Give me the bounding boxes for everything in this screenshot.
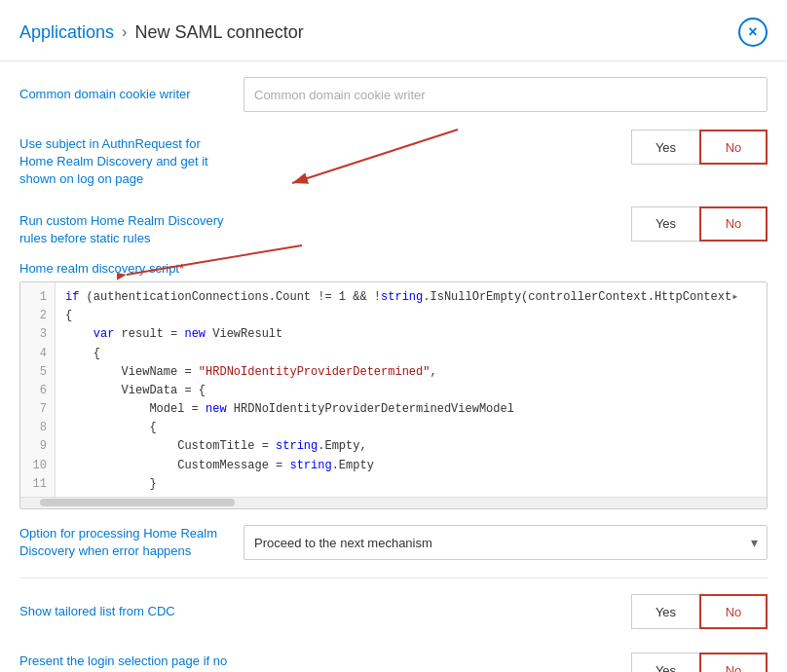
run-custom-hrd-yesno: Yes No [631,206,768,242]
run-custom-hrd-yes-button[interactable]: Yes [631,206,699,242]
show-tailored-label: Show tailored list from CDC [19,603,244,620]
show-tailored-row: Show tailored list from CDC Yes No [19,594,768,629]
present-login-row: Present the login selection page if no p… [19,647,768,672]
main-container: Applications › New SAML connector × Comm… [0,0,787,672]
option-processing-dropdown-wrapper: Proceed to the next mechanism Show error… [244,525,768,560]
use-subject-label: Use subject in AuthnRequest for Home Rea… [19,130,244,189]
form-content: Common domain cookie writer Use subject … [0,61,787,672]
header: Applications › New SAML connector × [0,0,787,61]
option-processing-dropdown[interactable]: Proceed to the next mechanism Show error… [244,525,768,560]
home-realm-label: Home realm discovery script* [19,261,184,276]
present-login-yesno: Yes No [631,653,768,672]
breadcrumb-link[interactable]: Applications [19,22,114,43]
option-processing-label: Option for processing Home Realm Discove… [19,525,244,560]
divider-1 [19,578,768,579]
breadcrumb: Applications › New SAML connector [19,22,304,43]
run-custom-hrd-controls: Yes No [244,206,768,242]
code-editor-section: 12345 678910 11121314 if (authentication… [19,281,768,509]
home-realm-label-row: Home realm discovery script* [19,261,768,276]
run-custom-hrd-no-button[interactable]: No [699,206,768,242]
show-tailored-yes-button[interactable]: Yes [631,594,699,629]
present-login-label: Present the login selection page if no p… [19,647,244,672]
present-login-controls: Yes No [244,647,768,672]
option-processing-row: Option for processing Home Realm Discove… [19,525,768,560]
use-subject-yes-button[interactable]: Yes [631,130,699,165]
use-subject-yesno: Yes No [631,130,768,165]
use-subject-row: Use subject in AuthnRequest for Home Rea… [19,130,768,189]
home-realm-required: * [179,261,184,276]
breadcrumb-current: New SAML connector [134,22,303,43]
code-scrollbar-x[interactable] [20,497,767,508]
common-domain-row: Common domain cookie writer [19,77,768,112]
present-login-no-button[interactable]: No [699,653,768,672]
code-text[interactable]: if (authenticationConnections.Count != 1… [56,282,767,497]
breadcrumb-separator: › [122,23,127,41]
show-tailored-yesno: Yes No [631,594,768,629]
common-domain-input[interactable] [244,77,768,112]
use-subject-controls: Yes No [244,130,768,165]
code-editor[interactable]: 12345 678910 11121314 if (authentication… [19,281,768,509]
common-domain-input-area [244,77,768,112]
show-tailored-controls: Yes No [244,594,768,629]
use-subject-no-button[interactable]: No [699,130,768,165]
present-login-yes-button[interactable]: Yes [631,653,699,672]
run-custom-hrd-label: Run custom Home Realm Discovery rules be… [19,206,244,247]
run-custom-hrd-row: Run custom Home Realm Discovery rules be… [19,206,768,247]
line-numbers: 12345 678910 11121314 [20,282,56,497]
code-scrollbar-thumb [40,499,235,506]
close-button[interactable]: × [738,18,768,47]
code-editor-inner[interactable]: 12345 678910 11121314 if (authentication… [20,282,767,497]
show-tailored-no-button[interactable]: No [699,594,768,629]
common-domain-label: Common domain cookie writer [19,86,244,103]
